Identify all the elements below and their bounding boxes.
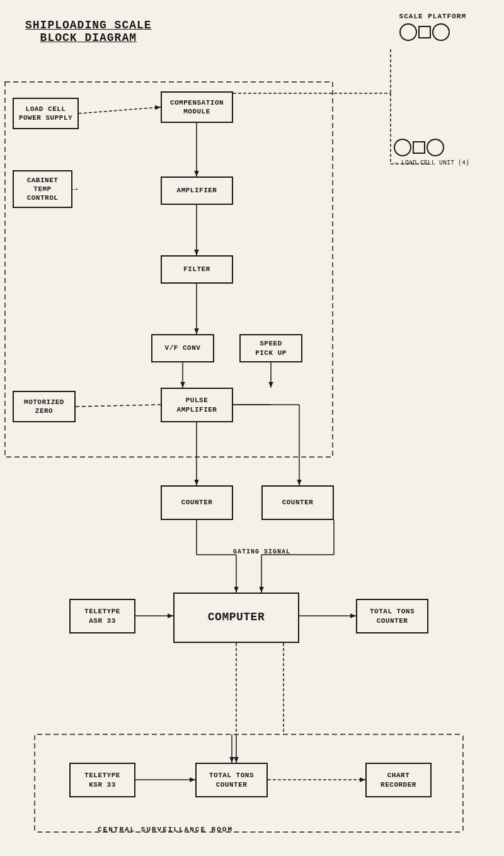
title-area: SHIPLOADING SCALE BLOCK DIAGRAM <box>25 19 152 44</box>
load-cell-circle-left <box>394 139 411 156</box>
amplifier-block: AMPLIFIER <box>161 176 233 205</box>
total-tons-counter2-block: TOTAL TONS COUNTER <box>195 763 268 797</box>
motorized-zero-block: MOTORIZED ZERO <box>13 391 76 422</box>
cabinet-arrow: → <box>72 184 77 194</box>
pulse-amplifier-block: PULSE AMPLIFIER <box>161 388 233 422</box>
compensation-module-block: COMPENSATION MODULE <box>161 91 233 123</box>
title-line2: BLOCK DIAGRAM <box>25 32 152 44</box>
filter-block: FILTER <box>161 255 233 284</box>
platform-rect <box>418 26 431 38</box>
total-tons-counter1-block: TOTAL TONS COUNTER <box>356 599 428 633</box>
vf-conv-block: V/F CONV <box>151 334 214 362</box>
load-cell-power-supply-block: LOAD CELL POWER SUPPLY <box>13 98 79 129</box>
platform-circle-right <box>432 23 450 41</box>
gating-signal-label: GATING SIGNAL <box>233 548 290 555</box>
teletype-asr-block: TELETYPE ASR 33 <box>69 599 135 633</box>
computer-block: COMPUTER <box>173 593 299 643</box>
platform-circle-left <box>399 23 417 41</box>
central-surveillance-label: CENTRAL SURVEILLANCE ROOM <box>98 826 233 833</box>
counter2-block: COUNTER <box>261 485 334 520</box>
counter1-block: COUNTER <box>161 485 233 520</box>
platform-row <box>399 23 466 41</box>
diagram-container: SHIPLOADING SCALE BLOCK DIAGRAM SCALE PL… <box>0 0 504 856</box>
load-cell-unit: - LOAD CELL UNIT (4) <box>394 139 469 166</box>
load-cell-label: - LOAD CELL UNIT (4) <box>394 159 469 166</box>
svg-line-8 <box>79 107 161 113</box>
svg-line-15 <box>76 405 161 407</box>
load-cell-rect <box>413 141 425 154</box>
scale-platform: SCALE PLATFORM <box>399 13 466 41</box>
chart-recorder-block: CHART RECORDER <box>365 763 432 797</box>
scale-platform-label: SCALE PLATFORM <box>399 13 466 20</box>
cabinet-temp-control-block: CABINET TEMP CONTROL <box>13 170 72 208</box>
speed-pickup-block: SPEED PICK UP <box>239 334 302 362</box>
load-cell-circle-right <box>427 139 444 156</box>
load-cell-row <box>394 139 469 156</box>
title-line1: SHIPLOADING SCALE <box>25 19 152 32</box>
teletype-ksr-block: TELETYPE KSR 33 <box>69 763 135 797</box>
